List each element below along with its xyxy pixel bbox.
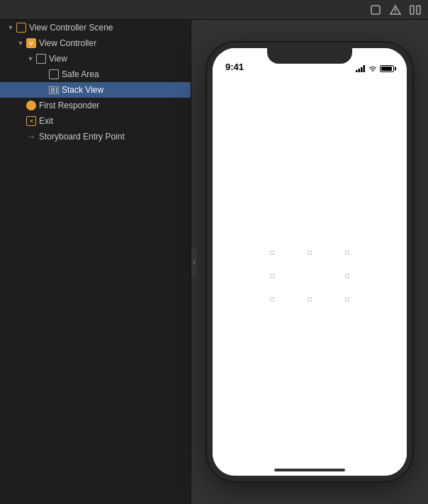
vc-icon: V [26,38,37,49]
arrow-spacer-exit [16,116,26,126]
safearea-icon [48,69,60,80]
grid-dot-0-2 [329,241,366,264]
grid-dot-0-1 [291,241,328,264]
arrow-spacer-entry [16,132,26,142]
firstresponder-icon [26,100,37,111]
svg-point-3 [395,12,396,13]
grid-dot-inner-1-0 [270,274,274,278]
view-icon [35,53,47,64]
svg-rect-5 [417,6,420,14]
signal-icon [356,65,366,72]
warning-icon[interactable] [388,3,402,17]
arrow-vc: ▼ [16,38,26,48]
grid-dot-inner-1-2 [345,274,349,278]
grid-dot-inner-2-1 [308,297,312,302]
grid-dot-1-0 [253,264,291,287]
arrow-spacer-stack [38,85,48,95]
wifi-icon [368,65,377,72]
grid-dot-inner-0-1 [308,251,312,255]
svg-rect-8 [361,67,363,72]
battery-icon [380,65,394,72]
resize-handle[interactable] [191,248,197,276]
outline-navigator: ▼ View Controller Scene ▼ V View Control… [0,20,191,504]
tree-item-exit[interactable]: ✕ Exit [0,113,191,129]
view-label: View [49,54,67,64]
status-time: 9:41 [225,62,244,72]
scene-label: View Controller Scene [29,23,113,33]
firstresponder-label: First Responder [39,101,99,110]
stackview-grid [253,241,366,311]
svg-rect-9 [364,65,366,72]
svg-rect-0 [371,6,380,14]
grid-dot-1-1 [291,264,328,287]
svg-rect-6 [356,70,358,72]
svg-rect-4 [410,6,414,14]
grid-dot-inner-2-0 [270,297,274,302]
grid-dot-2-1 [291,288,328,311]
grid-dot-inner-2-2 [345,297,349,302]
grid-dot-inner-0-0 [270,251,274,255]
arrow-spacer-fr [16,101,26,110]
entry-icon: → [26,131,37,142]
tree-item-firstresponder[interactable]: First Responder [0,98,191,113]
safearea-label: Safe Area [62,69,99,79]
arrow-spacer-safearea [38,69,48,79]
top-toolbar [0,0,428,20]
exit-icon: ✕ [26,115,37,127]
status-icons [356,65,394,72]
vc-label: View Controller [39,38,96,48]
grid-dot-1-2 [329,264,366,287]
home-indicator [274,469,345,471]
grid-dot-0-0 [253,241,291,264]
entrypoint-label: Storyboard Entry Point [39,132,125,142]
tree-item-view[interactable]: ▼ View [0,51,191,67]
stackview-icon [48,84,60,96]
svg-rect-7 [359,69,361,72]
iphone-notch [267,48,352,64]
tree-item-stackview[interactable]: Stack View [0,82,191,98]
scene-icon [16,22,27,33]
tree-item-entrypoint[interactable]: → Storyboard Entry Point [0,129,191,144]
main-area: ▼ View Controller Scene ▼ V View Control… [0,20,428,504]
tree-item-scene[interactable]: ▼ View Controller Scene [0,20,191,35]
iphone-screen: 9:41 [213,48,407,476]
tree-item-vc[interactable]: ▼ V View Controller [0,35,191,51]
iphone-mockup: 9:41 [207,42,412,481]
grid-dot-2-0 [253,288,291,311]
canvas-area: 9:41 [191,20,428,504]
exit-label: Exit [39,116,53,126]
play-icon[interactable] [408,3,422,17]
arrow-view: ▼ [26,54,35,64]
tree-item-safearea[interactable]: Safe Area [0,67,191,82]
stackview-label: Stack View [62,85,103,95]
grid-dot-2-2 [329,288,366,311]
stop-icon[interactable] [368,3,383,17]
arrow-scene: ▼ [6,23,16,33]
grid-dot-inner-0-2 [345,251,349,255]
